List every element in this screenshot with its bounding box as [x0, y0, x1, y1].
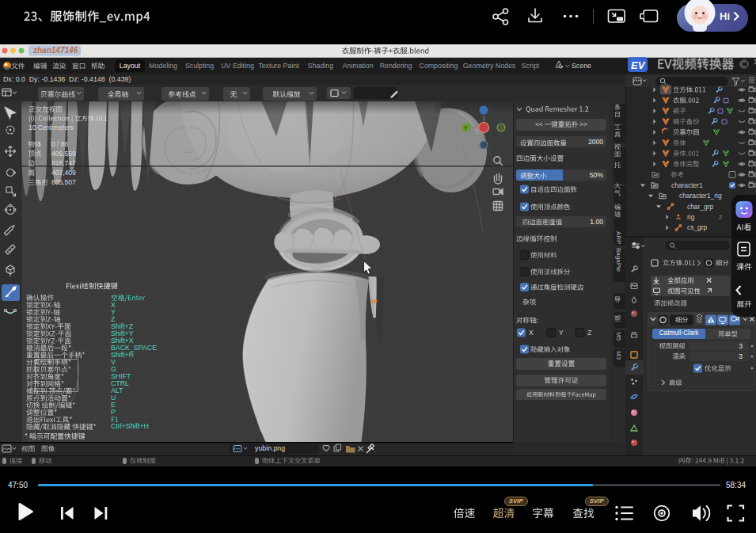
svg-text:Hi: Hi	[720, 10, 730, 22]
svg-text:EV: EV	[631, 59, 646, 71]
svg-text:Y: Y	[464, 125, 468, 131]
